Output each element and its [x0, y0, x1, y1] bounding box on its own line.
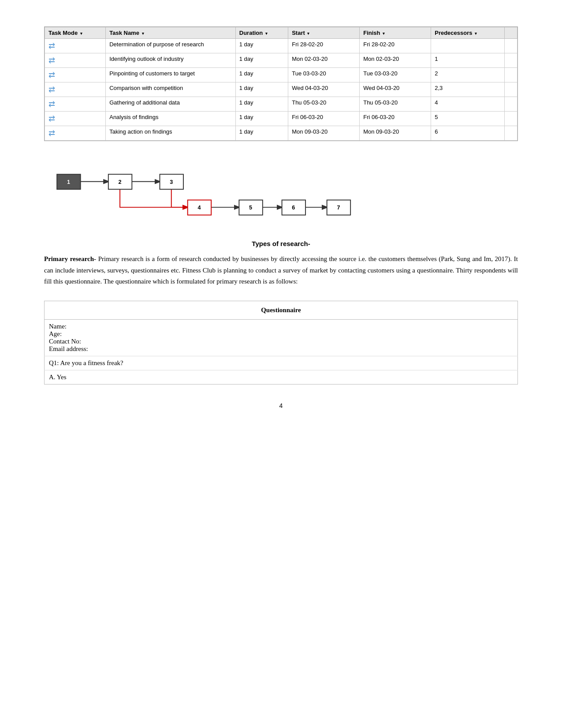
- questionnaire-q1-row: Q1: Are you a fitness freak?: [45, 356, 518, 370]
- task-mode-icon: ⇄: [48, 71, 55, 79]
- predecessors-cell: 4: [431, 97, 504, 112]
- duration-cell: 1 day: [235, 126, 288, 141]
- table-row: ⇄Gathering of additional data1 dayThu 05…: [45, 97, 517, 112]
- task-name-cell: Gathering of additional data: [106, 97, 236, 112]
- finish-sort-icon[interactable]: ▾: [383, 31, 385, 36]
- questionnaire-title: Questionnaire: [45, 301, 518, 319]
- nd-label-4: 4: [197, 205, 201, 211]
- task-name-sort-icon[interactable]: ▾: [142, 31, 144, 36]
- extra-cell: [504, 53, 517, 68]
- table-row: ⇄Taking action on findings1 dayMon 09-03…: [45, 126, 517, 141]
- extra-cell: [504, 39, 517, 53]
- table-row: ⇄Comparison with competition1 dayWed 04-…: [45, 82, 517, 97]
- duration-cell: 1 day: [235, 39, 288, 53]
- finish-cell: Fri 28-02-20: [360, 39, 431, 53]
- task-mode-icon: ⇄: [48, 56, 55, 65]
- types-of-research-heading: Types of research-: [44, 240, 518, 247]
- nd-label-1: 1: [67, 179, 70, 185]
- col-header-finish[interactable]: Finish ▾: [360, 27, 431, 39]
- questionnaire-header-row: Questionnaire: [45, 301, 518, 319]
- task-name-cell: Comparison with competition: [106, 82, 236, 97]
- task-mode-sort-icon[interactable]: ▾: [80, 31, 82, 36]
- nd-label-6: 6: [292, 205, 295, 211]
- questionnaire-field: Name:: [49, 323, 513, 330]
- task-table-wrapper: Task Mode ▾ Task Name ▾ Duration ▾ Start…: [44, 26, 518, 141]
- col-header-task-mode[interactable]: Task Mode ▾: [45, 27, 106, 39]
- task-mode-cell: ⇄: [45, 53, 106, 68]
- finish-cell: Fri 06-03-20: [360, 112, 431, 126]
- table-row: ⇄Pinpointing of customers to target1 day…: [45, 68, 517, 82]
- predecessors-cell: 5: [431, 112, 504, 126]
- col-header-start[interactable]: Start ▾: [288, 27, 360, 39]
- start-sort-icon[interactable]: ▾: [307, 31, 309, 36]
- questionnaire-table: Questionnaire Name:Age:Contact No:Email …: [44, 301, 518, 385]
- nd-label-7: 7: [337, 205, 340, 211]
- start-cell: Mon 09-03-20: [288, 126, 360, 141]
- questionnaire-field: Email address:: [49, 345, 513, 353]
- page-number: 4: [44, 402, 518, 409]
- task-name-cell: Identifying outlook of industry: [106, 53, 236, 68]
- primary-research-paragraph: Primary research- Primary research is a …: [44, 254, 518, 287]
- finish-cell: Wed 04-03-20: [360, 82, 431, 97]
- start-cell: Mon 02-03-20: [288, 53, 360, 68]
- nd-label-3: 3: [170, 179, 173, 185]
- start-cell: Fri 06-03-20: [288, 112, 360, 126]
- col-header-predecessors[interactable]: Predecessors ▾: [431, 27, 504, 39]
- task-mode-icon: ⇄: [48, 114, 55, 123]
- extra-cell: [504, 68, 517, 82]
- network-svg: 1 2 3 4 5 6 7: [44, 165, 353, 222]
- start-cell: Thu 05-03-20: [288, 97, 360, 112]
- questionnaire-a-yes-row: A. Yes: [45, 370, 518, 384]
- col-header-extra: [504, 27, 517, 39]
- task-mode-icon: ⇄: [48, 85, 55, 94]
- task-mode-icon: ⇄: [48, 129, 55, 138]
- duration-cell: 1 day: [235, 53, 288, 68]
- predecessors-sort-icon[interactable]: ▾: [475, 31, 477, 36]
- task-name-cell: Determination of purpose of research: [106, 39, 236, 53]
- finish-cell: Mon 09-03-20: [360, 126, 431, 141]
- extra-cell: [504, 97, 517, 112]
- task-mode-cell: ⇄: [45, 68, 106, 82]
- table-row: ⇄Identifying outlook of industry1 dayMon…: [45, 53, 517, 68]
- network-diagram: 1 2 3 4 5 6 7: [44, 165, 353, 222]
- table-row: ⇄Analysis of findings1 dayFri 06-03-20Fr…: [45, 112, 517, 126]
- duration-cell: 1 day: [235, 68, 288, 82]
- task-table: Task Mode ▾ Task Name ▾ Duration ▾ Start…: [45, 27, 517, 141]
- start-cell: Tue 03-03-20: [288, 68, 360, 82]
- duration-cell: 1 day: [235, 82, 288, 97]
- task-mode-cell: ⇄: [45, 112, 106, 126]
- extra-cell: [504, 126, 517, 141]
- extra-cell: [504, 82, 517, 97]
- task-mode-icon: ⇄: [48, 41, 55, 50]
- col-header-task-name[interactable]: Task Name ▾: [106, 27, 236, 39]
- table-row: ⇄Determination of purpose of research1 d…: [45, 39, 517, 53]
- start-cell: Fri 28-02-20: [288, 39, 360, 53]
- primary-research-term: Primary research-: [44, 255, 96, 262]
- predecessors-cell: [431, 39, 504, 53]
- finish-cell: Mon 02-03-20: [360, 53, 431, 68]
- task-mode-cell: ⇄: [45, 126, 106, 141]
- predecessors-cell: 6: [431, 126, 504, 141]
- task-mode-cell: ⇄: [45, 97, 106, 112]
- extra-cell: [504, 112, 517, 126]
- task-name-cell: Analysis of findings: [106, 112, 236, 126]
- questionnaire-fields: Name:Age:Contact No:Email address:: [45, 319, 518, 356]
- duration-cell: 1 day: [235, 97, 288, 112]
- start-cell: Wed 04-03-20: [288, 82, 360, 97]
- task-mode-icon: ⇄: [48, 100, 55, 108]
- questionnaire-fields-row: Name:Age:Contact No:Email address:: [45, 319, 518, 356]
- questionnaire-q1: Q1: Are you a fitness freak?: [45, 356, 518, 370]
- task-mode-cell: ⇄: [45, 82, 106, 97]
- predecessors-cell: 1: [431, 53, 504, 68]
- predecessors-cell: 2,3: [431, 82, 504, 97]
- finish-cell: Tue 03-03-20: [360, 68, 431, 82]
- task-mode-cell: ⇄: [45, 39, 106, 53]
- finish-cell: Thu 05-03-20: [360, 97, 431, 112]
- nd-label-2: 2: [119, 179, 122, 185]
- task-name-cell: Taking action on findings: [106, 126, 236, 141]
- nd-label-5: 5: [249, 205, 252, 211]
- duration-sort-icon[interactable]: ▾: [265, 31, 268, 36]
- questionnaire-a-yes: A. Yes: [45, 370, 518, 384]
- col-header-duration[interactable]: Duration ▾: [235, 27, 288, 39]
- predecessors-cell: 2: [431, 68, 504, 82]
